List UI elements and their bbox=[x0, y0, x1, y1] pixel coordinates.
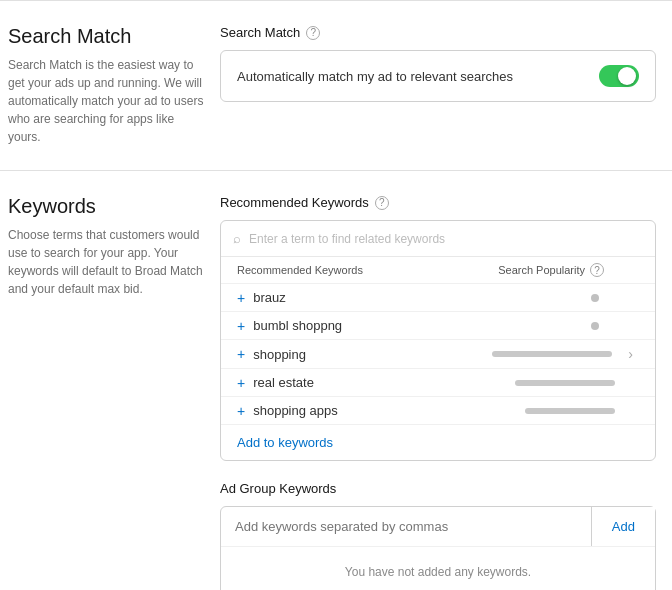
kw-plus-brauz[interactable]: + bbox=[237, 291, 245, 305]
toggle-label: Automatically match my ad to relevant se… bbox=[237, 69, 513, 84]
kw-plus-shopping[interactable]: + bbox=[237, 347, 245, 361]
add-to-keywords-link[interactable]: Add to keywords bbox=[221, 424, 655, 460]
kw-plus-realestate[interactable]: + bbox=[237, 376, 245, 390]
kw-plus-bumbl[interactable]: + bbox=[237, 319, 245, 333]
popularity-dot-bumbl bbox=[591, 322, 599, 330]
kw-row-shoppingapps: + shopping apps bbox=[221, 396, 655, 424]
rec-keywords-help-icon[interactable]: ? bbox=[375, 196, 389, 210]
rec-keywords-box: ⌕ Enter a term to find related keywords … bbox=[220, 220, 656, 461]
ad-group-input-row: Add bbox=[221, 507, 655, 546]
popularity-dot-brauz bbox=[591, 294, 599, 302]
kw-name-brauz: brauz bbox=[253, 290, 286, 305]
rec-search-placeholder: Enter a term to find related keywords bbox=[249, 232, 445, 246]
keywords-section: Keywords Choose terms that customers wou… bbox=[0, 171, 672, 590]
keywords-title: Keywords bbox=[8, 195, 204, 218]
kw-row-realestate: + real estate bbox=[221, 368, 655, 396]
rec-search-row[interactable]: ⌕ Enter a term to find related keywords bbox=[221, 221, 655, 257]
search-match-left: Search Match Search Match is the easiest… bbox=[0, 25, 220, 146]
ad-group-label: Ad Group Keywords bbox=[220, 481, 656, 496]
ad-group-box: Add You have not added any keywords. bbox=[220, 506, 656, 590]
no-keywords-message: You have not added any keywords. bbox=[221, 546, 655, 590]
kw-plus-shoppingapps[interactable]: + bbox=[237, 404, 245, 418]
rec-keywords-label: Recommended Keywords bbox=[220, 195, 369, 210]
kw-row-shopping: + shopping › bbox=[221, 339, 655, 368]
rec-keywords-label-row: Recommended Keywords ? bbox=[220, 195, 656, 210]
search-match-toggle-row: Automatically match my ad to relevant se… bbox=[220, 50, 656, 102]
kw-col2-header: Search Popularity bbox=[498, 264, 585, 276]
ad-group-keywords-input[interactable] bbox=[221, 507, 591, 546]
keywords-left: Keywords Choose terms that customers wou… bbox=[0, 195, 220, 590]
search-match-desc: Search Match is the easiest way to get y… bbox=[8, 56, 204, 146]
kw-name-shopping: shopping bbox=[253, 347, 306, 362]
kw-name-shoppingapps: shopping apps bbox=[253, 403, 338, 418]
kw-name-realestate: real estate bbox=[253, 375, 314, 390]
search-match-label: Search Match ? bbox=[220, 25, 656, 40]
popularity-bar-shopping bbox=[492, 351, 612, 357]
kw-row-bumbl: + bumbl shoppng bbox=[221, 311, 655, 339]
kw-name-bumbl: bumbl shoppng bbox=[253, 318, 342, 333]
kw-col1-header: Recommended Keywords bbox=[237, 264, 363, 276]
search-match-help-icon[interactable]: ? bbox=[306, 26, 320, 40]
search-match-toggle[interactable] bbox=[599, 65, 639, 87]
search-match-right: Search Match ? Automatically match my ad… bbox=[220, 25, 672, 146]
search-match-title: Search Match bbox=[8, 25, 204, 48]
keywords-right: Recommended Keywords ? ⌕ Enter a term to… bbox=[220, 195, 672, 590]
search-icon: ⌕ bbox=[233, 231, 241, 246]
popularity-help-icon[interactable]: ? bbox=[590, 263, 604, 277]
kw-table-header: Recommended Keywords Search Popularity ? bbox=[221, 257, 655, 283]
search-match-label-text: Search Match bbox=[220, 25, 300, 40]
chevron-right-icon: › bbox=[622, 346, 639, 362]
popularity-bar-shoppingapps bbox=[525, 408, 615, 414]
keywords-desc: Choose terms that customers would use to… bbox=[8, 226, 204, 298]
add-keywords-button[interactable]: Add bbox=[591, 507, 655, 546]
kw-row-brauz: + brauz bbox=[221, 283, 655, 311]
search-match-section: Search Match Search Match is the easiest… bbox=[0, 1, 672, 170]
popularity-bar-realestate bbox=[515, 380, 615, 386]
